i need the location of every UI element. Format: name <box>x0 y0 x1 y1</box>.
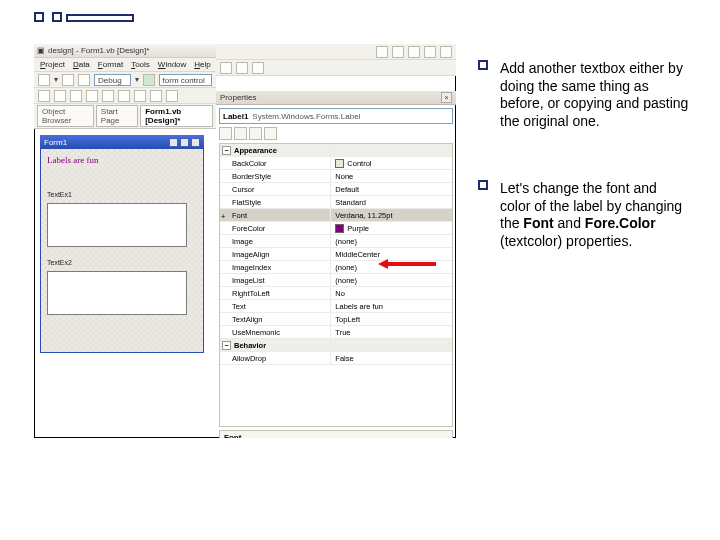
menu-format[interactable]: Format <box>98 60 123 69</box>
annotation-paragraph-2: Let's change the font and color of the l… <box>500 180 690 264</box>
property-row-imagelist[interactable]: ImageList(none) <box>220 274 452 287</box>
toolbar-row-2-right <box>216 60 456 76</box>
ide-right: Properties × Label1 System.Windows.Forms… <box>216 44 456 438</box>
toolbar-button[interactable] <box>118 90 130 102</box>
menu-window[interactable]: Window <box>158 60 186 69</box>
dropdown-arrow-icon: ▾ <box>135 75 139 84</box>
property-row-flatstyle[interactable]: FlatStyleStandard <box>220 196 452 209</box>
label1-control[interactable]: Labels are fun <box>47 155 98 165</box>
toolbar-button[interactable] <box>78 74 90 86</box>
toolbar-button[interactable] <box>150 90 162 102</box>
toolbar-button[interactable] <box>86 90 98 102</box>
toolbar-button[interactable] <box>424 46 436 58</box>
menu-project[interactable]: Project <box>40 60 65 69</box>
property-row-righttoleft[interactable]: RightToLeftNo <box>220 287 452 300</box>
toolbar-button[interactable] <box>70 90 82 102</box>
toolbar-row-1: ▾ Debug ▾ form control <box>34 72 216 88</box>
property-row-image[interactable]: Image(none) <box>220 235 452 248</box>
properties-view-buttons <box>216 127 456 143</box>
form-title: Form1 <box>44 138 67 147</box>
toolbar-button[interactable] <box>54 90 66 102</box>
close-icon[interactable]: × <box>441 92 452 103</box>
property-description: Font The font used to display text in th… <box>219 430 453 438</box>
property-row-forecolor[interactable]: ForeColorPurple <box>220 222 452 235</box>
properties-icon[interactable] <box>249 127 262 140</box>
events-icon[interactable] <box>264 127 277 140</box>
config-dropdown[interactable]: Debug <box>94 74 131 86</box>
document-tabs[interactable]: Object Browser Start Page Form1.vb [Desi… <box>34 104 216 129</box>
property-row-usemnemonic[interactable]: UseMnemonicTrue <box>220 326 452 339</box>
toolbar-button[interactable] <box>408 46 420 58</box>
toolbar-button[interactable] <box>376 46 388 58</box>
toolbar-sep: ▾ <box>54 75 58 84</box>
toolbar-button[interactable] <box>38 90 50 102</box>
menu-data[interactable]: Data <box>73 60 90 69</box>
property-grid[interactable]: −AppearanceBackColorControlBorderStyleNo… <box>219 143 453 427</box>
property-row-backcolor[interactable]: BackColorControl <box>220 157 452 170</box>
toolbar-button[interactable] <box>236 62 248 74</box>
property-row-textalign[interactable]: TextAlignTopLeft <box>220 313 452 326</box>
annotation-text: Add another textbox either by doing the … <box>500 60 690 130</box>
annotation-arrow <box>378 259 436 269</box>
toolbar-row-2 <box>34 88 216 104</box>
toolbar-button[interactable] <box>134 90 146 102</box>
minimize-icon <box>169 138 178 147</box>
selected-object-name: Label1 <box>223 112 248 121</box>
find-combo[interactable]: form control <box>159 74 212 86</box>
run-button[interactable] <box>143 74 155 86</box>
toolbar-row-1-right <box>216 44 456 60</box>
menu-help[interactable]: Help <box>194 60 210 69</box>
selected-object-type: System.Windows.Forms.Label <box>252 112 360 121</box>
slide-marker <box>52 12 62 22</box>
alphabetical-icon[interactable] <box>234 127 247 140</box>
menu-tools[interactable]: Tools <box>131 60 150 69</box>
form-designer[interactable]: Form1 Labels are fun TextEx1 TextEx2 <box>40 135 204 355</box>
bullet-icon <box>478 60 488 70</box>
properties-title: Properties <box>220 93 256 102</box>
desc-name: Font <box>224 433 448 438</box>
form-surface[interactable]: Labels are fun TextEx1 TextEx2 <box>40 149 204 353</box>
maximize-icon <box>180 138 189 147</box>
menu-bar[interactable]: Project Data Format Tools Window Help <box>34 58 216 72</box>
textbox1-control[interactable] <box>47 203 187 247</box>
toolbar-button[interactable] <box>102 90 114 102</box>
toolbar-button[interactable] <box>62 74 74 86</box>
window-title: design] - Form1.vb [Design]* <box>48 46 149 55</box>
bullet-icon <box>478 180 488 190</box>
property-row-borderstyle[interactable]: BorderStyleNone <box>220 170 452 183</box>
ide-left: ▣ design] - Form1.vb [Design]* Project D… <box>34 44 216 438</box>
form-titlebar: Form1 <box>40 135 204 149</box>
property-row-cursor[interactable]: CursorDefault <box>220 183 452 196</box>
textbox2-label: TextEx2 <box>47 259 72 266</box>
slide-marker <box>34 12 44 22</box>
annotation-paragraph-1: Add another textbox either by doing the … <box>500 60 690 144</box>
toolbar-button[interactable] <box>166 90 178 102</box>
toolbar-button[interactable] <box>440 46 452 58</box>
annotation-text: Let's change the font and color of the l… <box>500 180 690 250</box>
toolbar-button[interactable] <box>220 62 232 74</box>
close-icon <box>191 138 200 147</box>
window-titlebar: ▣ design] - Form1.vb [Design]* <box>34 44 216 58</box>
toolbar-button[interactable] <box>392 46 404 58</box>
slide-marker <box>66 14 134 22</box>
tab-form-design[interactable]: Form1.vb [Design]* <box>140 105 213 127</box>
categorized-icon[interactable] <box>219 127 232 140</box>
app-icon: ▣ <box>37 46 45 55</box>
toolbar-button[interactable] <box>252 62 264 74</box>
textbox1-label: TextEx1 <box>47 191 72 198</box>
tab-object-browser[interactable]: Object Browser <box>37 105 94 127</box>
properties-titlebar: Properties × <box>216 91 456 105</box>
property-row-font[interactable]: +FontVerdana, 11.25pt <box>220 209 452 222</box>
object-selector[interactable]: Label1 System.Windows.Forms.Label <box>219 108 453 124</box>
toolbar-button[interactable] <box>38 74 50 86</box>
property-row-text[interactable]: TextLabels are fun <box>220 300 452 313</box>
textbox2-control[interactable] <box>47 271 187 315</box>
tab-spacer <box>216 76 456 91</box>
tab-start-page[interactable]: Start Page <box>96 105 138 127</box>
